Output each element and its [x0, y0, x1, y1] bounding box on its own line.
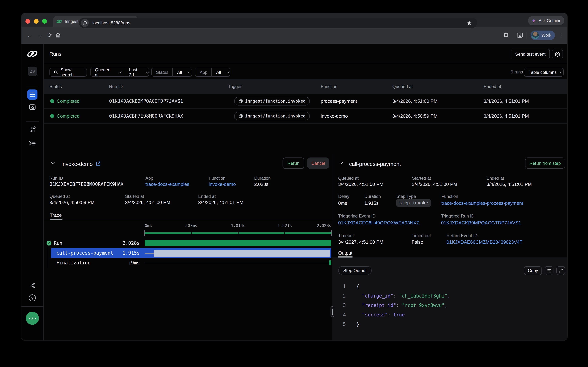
settings-gear-button[interactable]	[552, 49, 563, 59]
tab-output[interactable]: Output	[338, 250, 352, 256]
site-info-icon[interactable]	[81, 19, 89, 27]
sidebar-item-apps[interactable]	[29, 126, 36, 133]
ended-at-value: 3/4/2026, 4:51:01 PM	[487, 182, 532, 187]
browser-window: Inngest Server ✕ + Ask Gemini ← → ⟳	[21, 13, 567, 341]
field-label: Run ID	[50, 176, 63, 181]
trigger-pill[interactable]: inngest/function.invoked	[234, 112, 310, 120]
code-line: 2 "charge_id": "ch_1abc2def3ghi",	[332, 293, 450, 299]
url-bar[interactable]: localhost:8288/runs	[79, 18, 477, 28]
cancel-button[interactable]: Cancel	[307, 158, 329, 169]
function-link[interactable]: invoke-demo	[209, 182, 236, 187]
sidebar-divider	[21, 306, 44, 307]
chevron-down-icon[interactable]	[340, 160, 343, 164]
app-link[interactable]: trace-docs-examples	[145, 182, 189, 187]
minimap-tick	[238, 233, 239, 234]
expand-button[interactable]	[556, 266, 565, 275]
table-row[interactable]: Completed 01KJXDACKB9MPQACGTDP7JAVS1 inn…	[44, 94, 567, 109]
rerun-from-step-button[interactable]: Rerun from step	[525, 158, 565, 169]
toolbar-right: Work ⋮	[504, 26, 564, 44]
zoom-window-button[interactable]	[42, 19, 47, 24]
queued-at: 3/4/2026, 4:51:00 PM	[392, 98, 438, 104]
step-output-toggle[interactable]: Step Output	[338, 266, 372, 275]
step-function-link[interactable]: trace-docs-examples-process-payment	[441, 200, 523, 206]
minimize-window-button[interactable]	[34, 19, 39, 24]
trace-step-duration: 19ms	[114, 260, 140, 266]
return-event-id-link[interactable]: 01KJXDAE66CMZMB28439023V4T	[447, 239, 522, 245]
delay-value: 0ms	[338, 200, 347, 206]
side-panel-search-icon[interactable]	[517, 32, 523, 38]
external-link-icon[interactable]	[96, 161, 101, 166]
sidebar-item-terminal[interactable]	[29, 140, 36, 146]
app-sidebar: DV ? </>	[21, 44, 44, 341]
back-icon[interactable]: ←	[24, 32, 34, 38]
time-filter-button[interactable]: Queued at Last 3d	[90, 68, 149, 77]
field-label: Timeout	[338, 233, 354, 238]
home-icon[interactable]	[55, 32, 65, 38]
table-row[interactable]: Completed 01KJXDACBF7E98M00RAFCK9HAX inn…	[44, 109, 567, 124]
trace-step-name: call-process-payment	[56, 250, 113, 256]
axis-tick: 507ms	[185, 223, 197, 228]
function-name: invoke-demo	[321, 113, 348, 119]
close-window-button[interactable]	[25, 19, 30, 24]
rerun-button[interactable]: Rerun	[282, 158, 304, 169]
trigger-pill[interactable]: inngest/function.invoked	[234, 97, 310, 106]
inngest-app: DV ? </>	[21, 44, 567, 341]
trace-step-duration: 1.915s	[114, 250, 140, 256]
output-area: Step Output Copy 1{ 2 "charge_id": "ch_1…	[332, 258, 567, 341]
triggered-run-id-link[interactable]: 01KJXDACKB9MPQACGTDP7JAVS1	[441, 220, 521, 225]
help-icon[interactable]: ?	[29, 294, 36, 301]
inngest-favicon	[56, 19, 62, 24]
triggering-event-id-link[interactable]: 01KJXDACEC6H49QRQXWEA93NXZ	[338, 220, 419, 225]
time-field-label: Queued at	[95, 67, 115, 77]
dev-mode-toggle[interactable]: </>	[26, 312, 39, 325]
pill-divider	[172, 68, 173, 76]
app-filter-button[interactable]: App All	[195, 68, 230, 77]
profile-chip[interactable]: Work	[531, 30, 555, 40]
column-function: Function	[321, 84, 338, 89]
filter-bar: Show search Queued at Last 3d Status All	[44, 64, 567, 79]
status-filter-button[interactable]: Status All	[151, 68, 192, 77]
step-span-bar[interactable]	[154, 250, 330, 257]
sidebar-item-events[interactable]	[29, 104, 36, 111]
send-test-event-button[interactable]: Send test event	[511, 49, 550, 59]
queued-at: 3/4/2026, 4:50:59 PM	[392, 113, 438, 119]
bookmark-star-icon[interactable]	[467, 20, 472, 26]
url-text[interactable]: localhost:8288/runs	[92, 20, 467, 25]
finalization-line	[145, 263, 329, 263]
env-badge[interactable]: DV	[28, 67, 37, 76]
ask-gemini-label: Ask Gemini	[538, 18, 560, 23]
sidebar-item-runs[interactable]	[27, 90, 37, 100]
field-label: Queued at	[338, 176, 358, 181]
pane-resize-handle[interactable]	[331, 306, 334, 317]
trace-row-finalization[interactable]: Finalization 19ms	[44, 258, 332, 268]
finalization-span-bar[interactable]	[329, 260, 331, 265]
show-search-button[interactable]: Show search	[50, 68, 87, 77]
chevron-down-icon	[146, 70, 149, 74]
wrap-lines-button[interactable]	[545, 266, 554, 275]
extensions-icon[interactable]	[504, 32, 509, 38]
avatar	[532, 32, 539, 39]
tab-trace[interactable]: Trace	[50, 212, 62, 218]
run-id: 01KJXDACBF7E98M00RAFCK9HAX	[109, 113, 183, 119]
share-icon[interactable]	[29, 283, 35, 289]
run-span-bar[interactable]	[145, 240, 331, 246]
chevron-down-icon[interactable]	[51, 160, 55, 164]
reload-icon[interactable]: ⟳	[45, 32, 55, 38]
browser-menu-icon[interactable]: ⋮	[559, 32, 564, 38]
line-number: 3	[332, 303, 346, 308]
ask-gemini-button[interactable]: Ask Gemini	[528, 16, 564, 25]
field-label: Timed out	[412, 233, 431, 238]
table-columns-button[interactable]: Table columns	[524, 68, 564, 77]
line-number: 4	[332, 312, 346, 317]
trace-row-call-process-payment-selected[interactable]: call-process-payment 1.915s	[51, 248, 331, 258]
trace-row-run[interactable]: ✓ Run 2.028s	[44, 239, 332, 248]
rerun-label: Rerun	[288, 161, 299, 166]
field-label: Step Type	[396, 194, 416, 199]
sidebar-divider	[26, 122, 39, 122]
forward-icon[interactable]: →	[34, 32, 45, 38]
chevron-down-icon	[559, 70, 563, 74]
copy-button[interactable]: Copy	[524, 266, 542, 275]
app-header: Runs Send test event	[44, 44, 567, 64]
line-number: 2	[332, 293, 346, 299]
runs-count: 9 runs	[511, 69, 523, 75]
